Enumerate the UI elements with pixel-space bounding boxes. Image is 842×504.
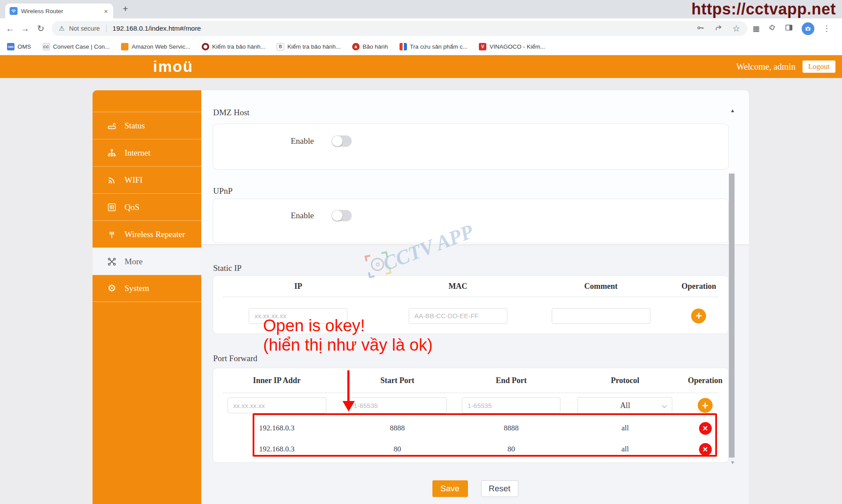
product-lookup-favicon — [400, 43, 407, 50]
add-port-forward-button[interactable]: + — [698, 398, 713, 413]
upnp-enable-toggle[interactable] — [332, 210, 352, 221]
row-protocol: all — [568, 445, 682, 454]
toolbar: ← → ↻ ⚠ Not secure 192.168.0.1/index.htm… — [0, 18, 842, 39]
sidebar-nav: Status Internet WIFI — [93, 90, 201, 504]
bookmark-label: Kiểm tra bảo hành... — [212, 43, 266, 50]
bookmark-item[interactable]: OMS OMS — [7, 43, 31, 50]
bookmark-label: Tra cứu sản phẩm c... — [410, 43, 468, 50]
not-secure-label[interactable]: Not secure — [69, 25, 100, 32]
browser-tab[interactable]: Wireless Router × — [5, 4, 113, 18]
protocol-select[interactable]: All — [578, 397, 672, 414]
sidebar-item-label: Status — [125, 121, 145, 131]
column-header-operation: Operation — [682, 376, 728, 385]
save-button[interactable]: Save — [432, 480, 468, 497]
tab-title: Wireless Router — [21, 8, 100, 14]
address-bar[interactable]: ⚠ Not secure 192.168.0.1/index.htm#/more… — [52, 21, 747, 36]
static-mac-input[interactable] — [409, 308, 507, 324]
gear-icon: ⚙ — [107, 283, 117, 294]
pf-start-port-input[interactable] — [348, 398, 447, 413]
bookmark-item[interactable]: Kiểm tra bảo hành... — [202, 43, 266, 50]
extensions-puzzle-icon[interactable] — [768, 24, 776, 34]
upnp-title: UPnP — [213, 186, 232, 196]
bookmark-item[interactable]: B Kiểm tra bảo hành... — [277, 43, 341, 50]
sidebar-item-status[interactable]: Status — [93, 112, 201, 139]
qos-sliders-icon — [107, 202, 117, 213]
bookmark-label: Bảo hành — [363, 43, 388, 50]
warranty-check-favicon: B — [277, 43, 284, 50]
forward-icon[interactable]: → — [18, 18, 32, 39]
scroll-up-icon[interactable]: ▲ — [730, 108, 735, 113]
bookmark-label: VINAGOCO - Kiểm... — [489, 43, 545, 50]
sidebar-item-qos[interactable]: QoS — [93, 193, 201, 220]
sidebar-item-label: System — [125, 284, 149, 293]
vinagoco-favicon: V — [479, 43, 486, 50]
bookmark-label: Amazon Web Servic... — [132, 43, 190, 50]
bookmark-star-icon[interactable]: ☆ — [732, 23, 740, 34]
baohanh-favicon: a — [352, 43, 360, 50]
sidebar-item-system[interactable]: ⚙ System — [93, 275, 201, 302]
column-header-start-port: Start Port — [340, 376, 454, 385]
bookmark-item[interactable]: V VINAGOCO - Kiểm... — [479, 43, 545, 50]
sidebar-item-wifi[interactable]: WIFI — [93, 166, 201, 193]
bookmark-item[interactable]: Amazon Web Servic... — [121, 43, 190, 50]
sidebar-item-label: More — [125, 257, 143, 266]
qr-extension-icon[interactable]: ▦ — [753, 24, 760, 33]
column-header-mac: MAC — [383, 282, 533, 291]
url-text[interactable]: 192.168.0.1/index.htm#/more — [113, 25, 692, 32]
dmz-host-title: DMZ Host — [213, 108, 250, 117]
sidebar-item-wireless-repeater[interactable]: Wireless Repeater — [93, 220, 201, 248]
reset-button[interactable]: Reset — [481, 480, 518, 497]
upnp-card: Enable — [213, 199, 729, 243]
welcome-text: Welcome, admin — [736, 62, 796, 72]
pf-ip-input[interactable] — [228, 398, 326, 413]
not-secure-warning-icon: ⚠ — [59, 25, 64, 32]
port-forward-row: 192.168.0.3 80 80 all × — [213, 439, 728, 460]
bookmarks-bar: OMS OMS CC Convert Case | Con... Amazon … — [0, 39, 842, 55]
column-header-operation: Operation — [669, 282, 728, 291]
scroll-down-icon[interactable]: ▼ — [730, 460, 735, 465]
content-panel: ▲ ▼ DMZ Host Enable UPnP Enable Static I… — [201, 90, 749, 504]
password-key-icon[interactable] — [696, 24, 705, 34]
delete-rule-button[interactable]: × — [699, 443, 712, 456]
row-end-port: 8888 — [454, 424, 568, 433]
bookmark-label: OMS — [18, 43, 31, 50]
bookmark-item[interactable]: a Bảo hành — [352, 43, 388, 50]
column-header-protocol: Protocol — [568, 376, 682, 385]
upnp-enable-label: Enable — [291, 211, 314, 220]
pf-end-port-input[interactable] — [462, 398, 560, 413]
annotation-arrow — [347, 370, 350, 402]
static-ip-title: Static IP — [213, 263, 242, 273]
static-comment-input[interactable] — [552, 308, 650, 324]
logout-button[interactable]: Logout — [803, 60, 835, 73]
sidebar-spacer — [93, 90, 201, 112]
chevron-down-icon — [662, 403, 667, 408]
bookmark-label: Kiểm tra bảo hành... — [287, 43, 341, 50]
sidebar-item-label: WIFI — [125, 175, 143, 185]
aws-favicon — [121, 43, 128, 50]
refresh-icon[interactable]: ↻ — [34, 18, 47, 39]
dmz-card: Enable — [213, 124, 729, 170]
dmz-enable-toggle[interactable] — [332, 135, 352, 147]
column-header-ip: IP — [213, 282, 383, 291]
cctvapp-watermark: https://cctvapp.net — [691, 0, 836, 18]
share-icon[interactable] — [714, 24, 723, 34]
new-tab-button[interactable]: + — [119, 3, 132, 15]
profile-avatar[interactable] — [802, 22, 814, 35]
back-icon[interactable]: ← — [4, 18, 17, 39]
column-header-end-port: End Port — [454, 376, 568, 385]
side-panel-icon[interactable] — [785, 23, 793, 34]
close-tab-icon[interactable]: × — [103, 7, 109, 15]
scrollbar-thumb[interactable] — [729, 174, 735, 458]
network-icon — [107, 148, 117, 158]
convert-case-favicon: CC — [43, 43, 50, 50]
sidebar-item-more[interactable]: More — [93, 248, 201, 275]
browser-menu-icon[interactable]: ⋮ — [823, 24, 831, 33]
column-header-comment: Comment — [533, 282, 669, 291]
bookmark-item[interactable]: Tra cứu sản phẩm c... — [400, 43, 468, 50]
sidebar-item-internet[interactable]: Internet — [93, 139, 201, 166]
add-static-ip-button[interactable]: + — [691, 309, 706, 323]
delete-rule-button[interactable]: × — [699, 422, 712, 435]
wifi-icon — [107, 175, 117, 185]
bookmark-item[interactable]: CC Convert Case | Con... — [43, 43, 110, 50]
row-start-port: 80 — [340, 445, 454, 454]
